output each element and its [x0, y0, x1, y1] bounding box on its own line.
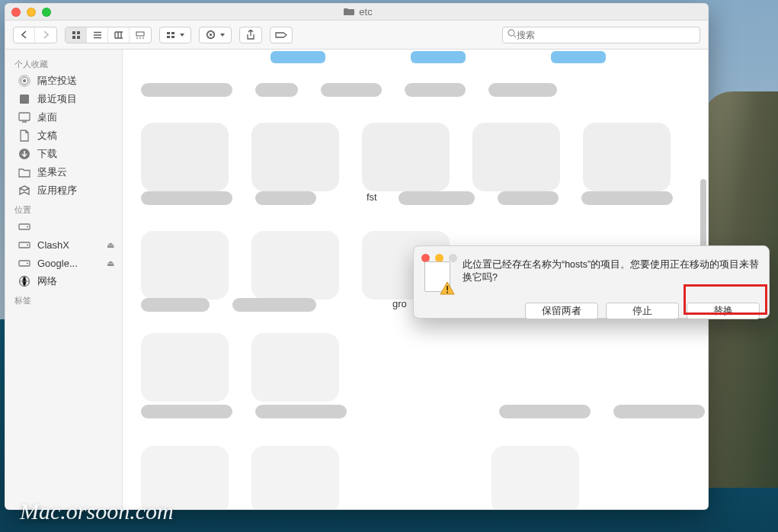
action-menu-button[interactable]	[199, 27, 232, 43]
documents-icon	[18, 129, 31, 143]
svg-rect-5	[167, 32, 170, 34]
window-title: etc	[359, 6, 372, 18]
sidebar-item-label: 文稿	[37, 129, 57, 143]
keep-both-button[interactable]: 保留两者	[525, 303, 598, 319]
warning-badge-icon	[440, 281, 455, 295]
watermark: Mac.orsoon.com	[20, 498, 174, 524]
search-field[interactable]	[502, 27, 700, 43]
minimize-window-button[interactable]	[27, 8, 36, 17]
airdrop-icon	[18, 74, 31, 88]
sidebar-item-applications[interactable]: 应用程序	[5, 181, 122, 200]
view-switcher	[65, 27, 152, 43]
sidebar-item-label: 桌面	[37, 111, 57, 124]
nav-buttons	[13, 27, 57, 43]
folder-icon	[344, 6, 354, 18]
gallery-view-button[interactable]	[130, 27, 151, 43]
svg-rect-1	[77, 31, 80, 34]
disk-icon	[18, 238, 31, 252]
group-by-button[interactable]	[159, 27, 191, 43]
search-icon	[507, 29, 517, 40]
forward-button[interactable]	[35, 27, 56, 43]
sidebar-item-documents[interactable]: 文稿	[5, 127, 122, 145]
svg-point-10	[210, 34, 212, 36]
svg-rect-3	[77, 36, 80, 39]
sidebar-item-label: 隔空投送	[37, 74, 77, 88]
svg-point-11	[508, 30, 514, 36]
window-controls	[11, 8, 51, 17]
svg-rect-4	[136, 32, 144, 36]
sidebar-item-label: 坚果云	[37, 165, 67, 179]
svg-point-23	[27, 263, 28, 264]
sidebar: 个人收藏 隔空投送 最近项目 桌面 文稿 下载	[5, 50, 123, 509]
network-icon	[18, 274, 31, 288]
zoom-window-button[interactable]	[42, 8, 51, 17]
toolbar	[5, 21, 708, 50]
back-button[interactable]	[14, 27, 35, 43]
recents-icon	[18, 92, 31, 106]
downloads-icon	[18, 147, 31, 161]
sidebar-item-label: 下载	[37, 147, 57, 161]
eject-icon[interactable]: ⏏	[107, 240, 114, 250]
sidebar-item-disk-1[interactable]	[5, 217, 122, 236]
search-input[interactable]	[517, 30, 695, 40]
svg-rect-26	[447, 292, 448, 293]
dialog-file-icon	[421, 261, 455, 295]
sidebar-item-label: Google...	[37, 258, 78, 269]
list-view-button[interactable]	[87, 27, 108, 43]
window-titlebar: etc	[5, 4, 708, 21]
svg-point-21	[27, 245, 28, 246]
stop-button[interactable]: 停止	[606, 303, 679, 319]
sidebar-item-label: 最近项目	[37, 92, 77, 106]
file-label-gro[interactable]: gro	[392, 298, 407, 309]
icon-view-button[interactable]	[66, 27, 87, 43]
eject-icon[interactable]: ⏏	[107, 258, 114, 268]
svg-point-12	[23, 79, 26, 82]
file-label-fst[interactable]: fst	[367, 191, 377, 203]
svg-rect-15	[20, 95, 29, 104]
share-button[interactable]	[239, 27, 262, 43]
replace-dialog: 此位置已经存在名称为“hosts”的项目。您要使用正在移动的项目来替换它吗? 保…	[413, 245, 770, 319]
sidebar-item-google[interactable]: Google... ⏏	[5, 254, 122, 272]
sidebar-item-recents[interactable]: 最近项目	[5, 90, 122, 108]
replace-button[interactable]: 替换	[687, 303, 760, 319]
sidebar-item-nutstore[interactable]: 坚果云	[5, 163, 122, 181]
dialog-message: 此位置已经存在名称为“hosts”的项目。您要使用正在移动的项目来替换它吗?	[463, 257, 760, 295]
folder-icon	[18, 165, 31, 179]
svg-rect-0	[72, 31, 75, 34]
sidebar-item-network[interactable]: 网络	[5, 272, 122, 290]
locations-header: 位置	[5, 200, 122, 217]
svg-point-19	[27, 226, 28, 228]
sidebar-item-downloads[interactable]: 下载	[5, 145, 122, 163]
svg-rect-25	[447, 286, 448, 290]
sidebar-item-clashx[interactable]: ClashX ⏏	[5, 236, 122, 254]
sidebar-item-airdrop[interactable]: 隔空投送	[5, 72, 122, 90]
sidebar-item-desktop[interactable]: 桌面	[5, 108, 122, 127]
applications-icon	[18, 184, 31, 197]
sidebar-item-label: 网络	[37, 274, 57, 288]
column-view-button[interactable]	[108, 27, 130, 43]
svg-rect-2	[72, 36, 75, 39]
favorites-header: 个人收藏	[5, 54, 122, 72]
disk-icon	[18, 220, 31, 233]
tags-header: 标签	[5, 290, 122, 308]
svg-rect-7	[171, 32, 174, 34]
svg-rect-6	[167, 36, 170, 38]
sidebar-item-label: 应用程序	[37, 184, 77, 197]
close-window-button[interactable]	[11, 8, 21, 17]
svg-rect-16	[19, 113, 30, 120]
svg-rect-8	[171, 36, 174, 38]
sidebar-item-label: ClashX	[37, 239, 69, 251]
tags-button[interactable]	[270, 27, 293, 43]
disk-icon	[18, 256, 31, 270]
desktop-icon	[18, 111, 31, 124]
